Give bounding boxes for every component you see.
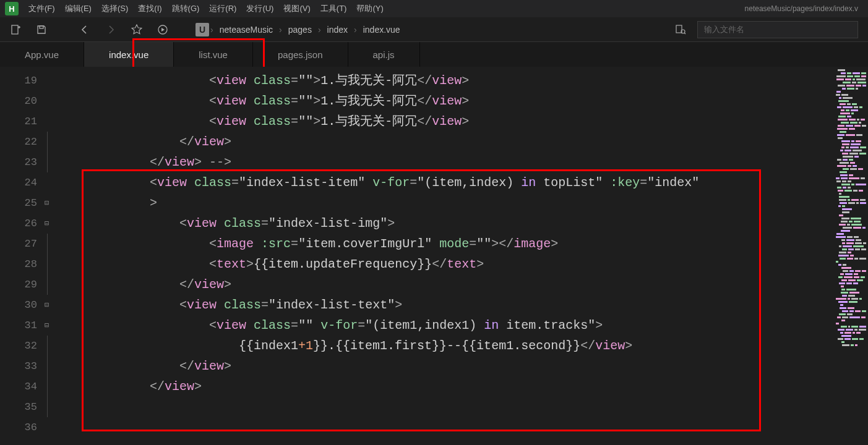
code-area[interactable]: <view class="">1.与我无关-阿冗</view> <view cl…	[61, 67, 834, 445]
menu-view[interactable]: 视图(V)	[278, 3, 315, 14]
tab-index-vue[interactable]: index.vue	[84, 42, 174, 67]
crumb-folder[interactable]: pages	[283, 25, 317, 35]
minimap[interactable]	[834, 67, 868, 445]
save-icon[interactable]	[31, 20, 52, 39]
project-icon: U	[196, 23, 209, 36]
menu-edit[interactable]: 编辑(E)	[60, 3, 97, 14]
crumb-subfolder[interactable]: index	[322, 25, 353, 35]
crumb-project[interactable]: neteaseMusic	[215, 25, 278, 35]
tab-api-js[interactable]: api.js	[348, 42, 420, 67]
tabbar: App.vue index.vue list.vue pages.json ap…	[0, 42, 868, 67]
search-file-icon[interactable]	[670, 20, 691, 39]
svg-rect-0	[12, 25, 18, 34]
line-number-gutter: 192021222324252627282930313233343536	[0, 67, 43, 445]
menu-help[interactable]: 帮助(Y)	[351, 3, 388, 14]
new-file-icon[interactable]	[5, 20, 26, 39]
tab-app-vue[interactable]: App.vue	[0, 42, 84, 67]
forward-icon[interactable]	[100, 20, 121, 39]
crumb-file[interactable]: index.vue	[358, 25, 405, 35]
fold-column[interactable]: ⊟⊟⊟⊟	[43, 67, 61, 445]
svg-line-7	[684, 33, 685, 34]
toolbar: U › neteaseMusic › pages › index › index…	[0, 17, 868, 42]
tab-pages-json[interactable]: pages.json	[253, 42, 348, 67]
menu-select[interactable]: 选择(S)	[97, 3, 133, 14]
play-icon[interactable]	[152, 20, 173, 39]
back-icon[interactable]	[74, 20, 95, 39]
app-logo: H	[5, 2, 19, 15]
tab-list-vue[interactable]: list.vue	[174, 42, 253, 67]
project-path: neteaseMusic/pages/index/index.v	[745, 4, 863, 13]
svg-rect-3	[40, 26, 43, 28]
menu-publish[interactable]: 发行(U)	[241, 3, 278, 14]
star-icon[interactable]	[126, 20, 147, 39]
menu-run[interactable]: 运行(R)	[204, 3, 241, 14]
menu-goto[interactable]: 跳转(G)	[167, 3, 205, 14]
menu-find[interactable]: 查找(I)	[133, 3, 166, 14]
menu-tools[interactable]: 工具(T)	[316, 3, 352, 14]
breadcrumb: U › neteaseMusic › pages › index › index…	[196, 23, 405, 36]
menu-file[interactable]: 文件(F)	[24, 3, 60, 14]
menubar: H 文件(F) 编辑(E) 选择(S) 查找(I) 跳转(G) 运行(R) 发行…	[0, 0, 868, 17]
editor[interactable]: 192021222324252627282930313233343536 ⊟⊟⊟…	[0, 67, 868, 445]
file-search-input[interactable]	[697, 21, 858, 38]
